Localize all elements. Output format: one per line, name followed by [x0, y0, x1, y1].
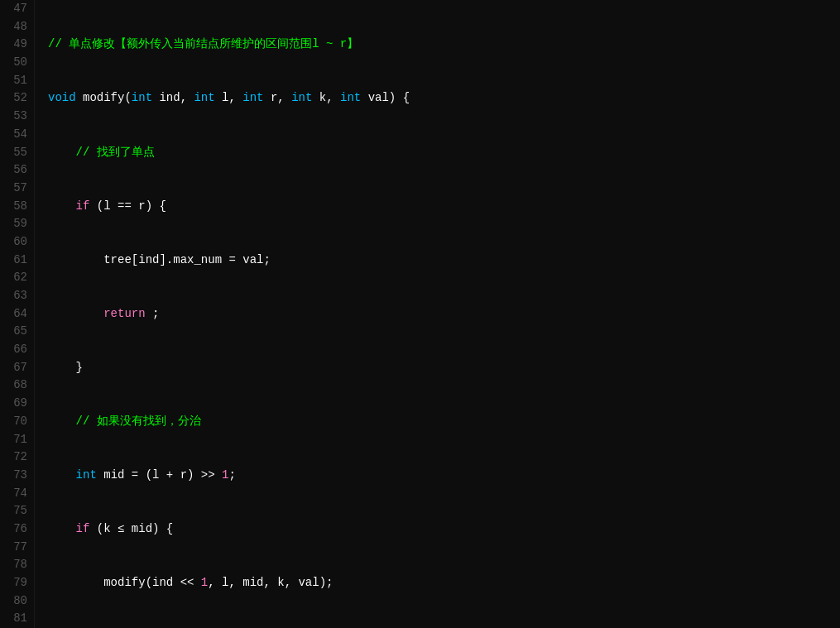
line-num-78: 78 [7, 556, 27, 574]
line-num-65: 65 [7, 323, 27, 341]
line-num-53: 53 [7, 108, 27, 126]
line-num-80: 80 [7, 592, 27, 611]
line-num-77: 77 [7, 539, 27, 557]
line-num-74: 74 [7, 485, 27, 503]
line-num-48: 48 [7, 18, 27, 36]
line-num-47: 47 [7, 0, 27, 18]
line-num-60: 60 [7, 233, 27, 252]
line-num-64: 64 [7, 305, 27, 324]
line-num-81: 81 [7, 610, 27, 628]
line-num-54: 54 [7, 126, 27, 144]
line-num-68: 68 [7, 376, 27, 395]
code-line-55: int mid = (l + r) >> 1; [48, 467, 840, 485]
line-num-63: 63 [7, 287, 27, 305]
line-num-52: 52 [7, 89, 27, 108]
line-num-66: 66 [7, 341, 27, 359]
line-num-75: 75 [7, 502, 27, 520]
line-num-79: 79 [7, 574, 27, 592]
line-num-71: 71 [7, 431, 27, 449]
line-num-51: 51 [7, 72, 27, 90]
code-line-50: if (l == r) { [48, 198, 840, 216]
code-line-54: // 如果没有找到，分治 [48, 413, 840, 431]
line-num-57: 57 [7, 180, 27, 198]
line-num-55: 55 [7, 144, 27, 162]
line-num-70: 70 [7, 413, 27, 431]
line-num-69: 69 [7, 395, 27, 413]
line-num-67: 67 [7, 359, 27, 377]
code-line-56: if (k ≤ mid) { [48, 520, 840, 539]
line-num-62: 62 [7, 269, 27, 287]
code-line-49: // 找到了单点 [48, 144, 840, 162]
code-line-52: return ; [48, 305, 840, 324]
line-num-50: 50 [7, 54, 27, 72]
line-num-76: 76 [7, 520, 27, 539]
code-line-47: // 单点修改【额外传入当前结点所维护的区间范围l ~ r】 [48, 36, 840, 54]
line-num-59: 59 [7, 215, 27, 233]
line-num-72: 72 [7, 448, 27, 467]
code-line-51: tree[ind].max_num = val; [48, 252, 840, 270]
code-line-57: modify(ind << 1, l, mid, k, val); [48, 574, 840, 592]
line-num-49: 49 [7, 36, 27, 54]
line-num-61: 61 [7, 252, 27, 270]
line-num-73: 73 [7, 467, 27, 485]
line-num-58: 58 [7, 198, 27, 216]
line-num-56: 56 [7, 161, 27, 180]
line-numbers: 47 48 49 50 51 52 53 54 55 56 57 58 59 6… [0, 0, 35, 628]
code-text: // 单点修改【额外传入当前结点所维护的区间范围l ~ r】 void modi… [35, 0, 840, 628]
code-line-53: } [48, 359, 840, 377]
code-line-48: void modify(int ind, int l, int r, int k… [48, 89, 840, 108]
code-editor: 47 48 49 50 51 52 53 54 55 56 57 58 59 6… [0, 0, 840, 628]
